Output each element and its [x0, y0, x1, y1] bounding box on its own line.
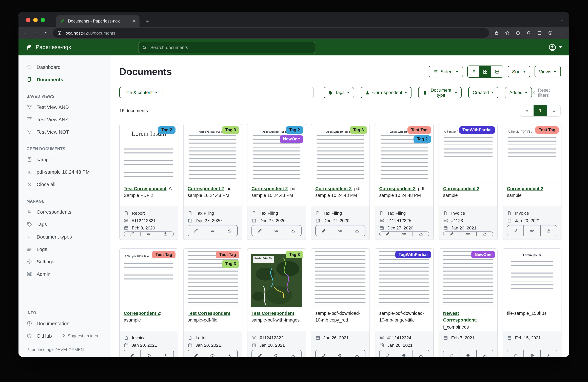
- tab-search-chevron-icon[interactable]: ⌄: [560, 17, 564, 22]
- edit-button[interactable]: [507, 350, 524, 357]
- document-thumbnail[interactable]: Test TagTag 3: [184, 249, 242, 307]
- view-button[interactable]: [396, 350, 413, 357]
- sidebar-item-logs[interactable]: Logs: [19, 243, 111, 255]
- extension-badge-icon[interactable]: [513, 28, 523, 38]
- browser-menu-kebab-icon[interactable]: ⋮: [556, 28, 566, 38]
- download-button[interactable]: [221, 350, 237, 357]
- correspondent-link[interactable]: Test Correspondent: [188, 311, 231, 316]
- sidebar-item-test-view-not[interactable]: Test View NOT: [19, 126, 111, 138]
- correspondent-link[interactable]: Correspondent 2: [379, 186, 416, 191]
- edit-button[interactable]: [443, 232, 460, 236]
- grid-view-button[interactable]: [479, 66, 491, 77]
- tag-badge-tag-3[interactable]: Tag 3: [222, 126, 239, 134]
- correspondent-link[interactable]: Correspondent 2: [507, 186, 543, 191]
- extensions-puzzle-icon[interactable]: [524, 28, 534, 38]
- edit-button[interactable]: [188, 225, 204, 236]
- document-thumbnail[interactable]: Boundary Waters Trip Tag 3: [248, 249, 306, 307]
- correspondent-link[interactable]: Test Correspondent: [124, 186, 167, 191]
- tag-badge-tagwithpartial[interactable]: TagWithPartial: [459, 126, 495, 134]
- tag-badge-test-tag[interactable]: Test Tag: [216, 251, 239, 259]
- edit-button[interactable]: [252, 350, 268, 357]
- correspondent-link[interactable]: Newest Correspondent: [443, 311, 476, 323]
- app-brand[interactable]: Paperless-ngx: [26, 44, 71, 50]
- download-button[interactable]: [540, 225, 557, 236]
- document-thumbnail[interactable]: [311, 249, 369, 307]
- view-button[interactable]: [460, 232, 476, 236]
- browser-profile-icon[interactable]: [546, 28, 555, 38]
- back-button[interactable]: ←: [22, 28, 31, 38]
- current-page-button[interactable]: 1: [534, 105, 547, 116]
- sidebar-item-admin[interactable]: Admin: [19, 268, 111, 280]
- forward-button[interactable]: →: [31, 28, 41, 38]
- view-button[interactable]: [204, 225, 221, 236]
- edit-button[interactable]: [124, 350, 140, 357]
- edit-button[interactable]: [252, 225, 268, 236]
- tag-badge-tag-3[interactable]: Tag 3: [222, 260, 239, 268]
- sidebar-item-correspondents[interactable]: Correspondents: [19, 206, 111, 218]
- download-button[interactable]: [540, 350, 557, 357]
- download-button[interactable]: [285, 350, 301, 357]
- tag-badge-test-tag[interactable]: Test Tag: [535, 126, 559, 134]
- edit-button[interactable]: [443, 350, 460, 357]
- edit-button[interactable]: [379, 350, 396, 357]
- sidebar-item-test-view-any[interactable]: Test View ANY: [19, 113, 111, 126]
- user-menu[interactable]: [548, 39, 562, 55]
- tag-badge-tag-3[interactable]: Tag 3: [286, 251, 303, 259]
- search-input[interactable]: [150, 45, 312, 50]
- correspondent-link[interactable]: Correspondent 2: [443, 186, 479, 191]
- download-button[interactable]: [348, 225, 365, 236]
- sidebar-item-test-view-and[interactable]: Test View AND: [19, 101, 111, 113]
- filter-document-type-button[interactable]: Document type: [418, 87, 462, 98]
- tag-badge-tagwithpartial[interactable]: TagWithPartial: [395, 251, 431, 259]
- reload-button[interactable]: ⟳: [41, 28, 50, 38]
- sidebar-item-dashboard[interactable]: Dashboard: [19, 61, 111, 73]
- correspondent-link[interactable]: Test Correspondent: [252, 311, 294, 316]
- tag-badge-test-tag[interactable]: Test Tag: [408, 126, 431, 134]
- view-button[interactable]: [524, 350, 540, 357]
- view-button[interactable]: [204, 350, 221, 357]
- filter-added-button[interactable]: Added: [505, 87, 532, 98]
- document-thumbnail[interactable]: Lorem ipsum: [503, 249, 561, 307]
- document-thumbnail[interactable]: A Simple PDF File Test Tag: [120, 249, 178, 307]
- correspondent-link[interactable]: Correspondent 2: [124, 311, 160, 316]
- sort-button[interactable]: Sort: [508, 66, 530, 77]
- download-button[interactable]: [221, 225, 237, 236]
- edit-button[interactable]: [188, 350, 204, 357]
- previous-page-button[interactable]: «: [520, 105, 534, 116]
- url-field[interactable]: localhost:4200/documents: [53, 28, 489, 38]
- correspondent-link[interactable]: Correspondent 2: [315, 186, 352, 191]
- filter-tags-button[interactable]: Tags: [324, 87, 354, 98]
- browser-tab[interactable]: Documents - Paperless-ngx ✕: [56, 15, 140, 27]
- sidebar-item-documents[interactable]: Documents: [19, 73, 111, 86]
- tag-badge-test-tag[interactable]: Test Tag: [152, 251, 175, 259]
- download-button[interactable]: [412, 350, 429, 357]
- correspondent-link[interactable]: Correspondent 2: [252, 186, 288, 191]
- download-button[interactable]: [157, 232, 173, 236]
- sidebar-item-tags[interactable]: Tags: [19, 218, 111, 230]
- document-thumbnail[interactable]: NewOne: [439, 249, 497, 307]
- edit-button[interactable]: [124, 232, 140, 236]
- next-page-button[interactable]: »: [547, 105, 560, 116]
- download-button[interactable]: [348, 350, 365, 357]
- reset-filters-button[interactable]: ✕ Reset filters: [532, 87, 561, 98]
- edit-button[interactable]: [316, 225, 332, 236]
- tag-badge-newone[interactable]: NewOne: [471, 251, 495, 259]
- view-button[interactable]: [140, 350, 157, 357]
- download-button[interactable]: [476, 350, 493, 357]
- select-button[interactable]: Select: [429, 66, 463, 77]
- document-thumbnail[interactable]: A Simple PDF File Test Tag: [503, 124, 561, 182]
- view-button[interactable]: [268, 350, 285, 357]
- sidebar-item-pdf-sample-10-24-48-pm[interactable]: pdf-sample 10.24.48 PM: [19, 166, 111, 178]
- document-thumbnail[interactable]: TagWithPartial: [375, 249, 433, 307]
- document-thumbnail[interactable]: Adobe Acrobat PDF Files Test TagTag 2: [375, 124, 433, 182]
- document-thumbnail[interactable]: Adobe Acrobat PDF Files Tag 2NewOne: [248, 124, 306, 182]
- filter-correspondent-button[interactable]: Correspondent: [361, 87, 412, 98]
- view-button[interactable]: [332, 350, 349, 357]
- view-button[interactable]: [460, 350, 476, 357]
- tag-badge-tag-2[interactable]: Tag 2: [158, 126, 175, 134]
- sidebar-item-sample[interactable]: sample: [19, 153, 111, 166]
- sidebar-item-github[interactable]: GitHub Suggest an idea: [19, 330, 111, 342]
- view-button[interactable]: [140, 232, 157, 236]
- new-tab-button[interactable]: ＋: [142, 16, 152, 26]
- share-icon[interactable]: [492, 28, 501, 38]
